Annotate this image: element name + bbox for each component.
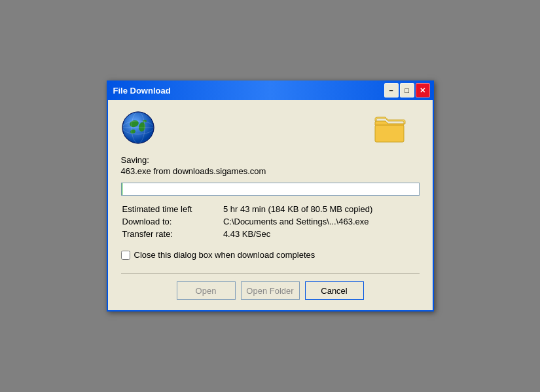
info-section: Saving: 463.exe from downloads.sigames.c…: [121, 155, 420, 176]
maximize-button[interactable]: □: [400, 83, 414, 98]
globe-icon: [121, 111, 155, 145]
download-to-value: C:\Documents and Settings\...\463.exe: [223, 216, 418, 227]
icons-row: [121, 111, 420, 145]
minimize-button[interactable]: –: [384, 83, 399, 98]
file-download-window: File Download – □ ✕: [107, 80, 434, 312]
divider: [121, 273, 420, 274]
download-to-row: Download to: C:\Documents and Settings\.…: [122, 216, 418, 227]
transfer-rate-row: Transfer rate: 4.43 KB/Sec: [122, 228, 418, 240]
title-bar-controls: – □ ✕: [384, 83, 430, 98]
window-title: File Download: [113, 86, 171, 96]
folder-icon: [372, 111, 406, 145]
title-bar: File Download – □ ✕: [108, 80, 433, 100]
estimated-time-label: Estimated time left: [122, 204, 222, 215]
progress-bar-container: [121, 183, 420, 196]
transfer-rate-label: Transfer rate:: [122, 228, 222, 240]
filename-label: 463.exe from downloads.sigames.com: [121, 166, 420, 176]
button-row: Open Open Folder Cancel: [121, 281, 420, 300]
open-folder-button[interactable]: Open Folder: [241, 281, 300, 300]
transfer-rate-value: 4.43 KB/Sec: [223, 228, 418, 240]
details-table: Estimated time left 5 hr 43 min (184 KB …: [121, 202, 420, 241]
progress-bar-fill: [122, 183, 122, 195]
cancel-button[interactable]: Cancel: [305, 281, 364, 300]
close-button[interactable]: ✕: [416, 83, 430, 98]
estimated-time-row: Estimated time left 5 hr 43 min (184 KB …: [122, 204, 418, 215]
svg-rect-9: [375, 125, 404, 142]
download-to-label: Download to:: [122, 216, 222, 227]
svg-rect-10: [375, 124, 404, 126]
window-body: Saving: 463.exe from downloads.sigames.c…: [108, 100, 433, 310]
close-dialog-checkbox-row: Close this dialog box when download comp…: [121, 250, 420, 260]
close-dialog-label[interactable]: Close this dialog box when download comp…: [134, 250, 315, 260]
saving-label: Saving:: [121, 155, 420, 165]
close-dialog-checkbox[interactable]: [121, 251, 130, 260]
open-button[interactable]: Open: [177, 281, 236, 300]
estimated-time-value: 5 hr 43 min (184 KB of 80.5 MB copied): [223, 204, 418, 215]
